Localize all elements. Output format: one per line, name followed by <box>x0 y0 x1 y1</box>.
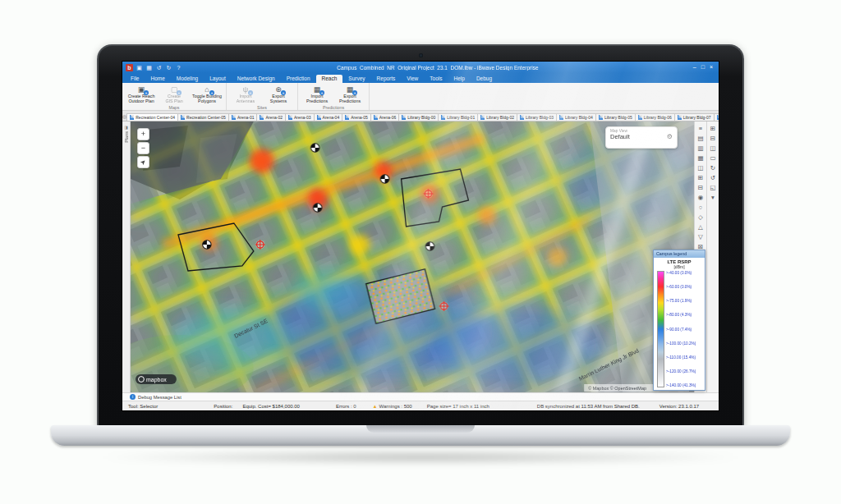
document-tab[interactable]: Library Bldg-07 <box>674 113 715 121</box>
webcam-dot <box>419 53 423 57</box>
document-tab[interactable]: Arena-06 <box>370 113 400 121</box>
info-icon: i <box>130 394 136 400</box>
plan-doc-icon <box>480 115 485 120</box>
save-icon[interactable]: ▣ <box>136 64 143 71</box>
zoom-out-button[interactable]: − <box>137 142 149 154</box>
panel-tool-window[interactable]: ▭ <box>708 153 718 163</box>
ribbon-tab[interactable]: Survey <box>342 75 370 83</box>
tool-icon-target[interactable]: ◉ <box>696 193 705 202</box>
map-zoom-controls: + − ➤ <box>137 128 149 168</box>
tool-icon-list[interactable]: ▤ <box>696 134 705 143</box>
ribbon-button-icon: ▣ <box>136 85 146 94</box>
errors-status: Errors : 0 <box>334 404 356 409</box>
ribbon-tab[interactable]: Reach <box>316 75 343 83</box>
close-button[interactable]: × <box>710 63 713 71</box>
ribbon-tab[interactable]: File <box>125 75 145 83</box>
minimize-button[interactable]: – <box>693 63 696 71</box>
tool-icon-layers[interactable]: ≡ <box>696 124 705 133</box>
tool-icon-buildings[interactable]: ▦ <box>696 153 705 163</box>
document-tab[interactable]: Library Bldg-04 <box>556 113 596 121</box>
document-tab[interactable]: Arena-01 <box>228 113 258 121</box>
ribbon-tab[interactable]: Prediction <box>281 75 316 83</box>
document-tab[interactable]: Library Bldg-01 <box>438 113 478 121</box>
import-predictions-button[interactable]: ▦ Import Predictions <box>301 84 333 104</box>
panel-tool-split[interactable]: ◫ <box>708 144 718 153</box>
help-icon[interactable]: ? <box>175 64 182 71</box>
save-all-icon[interactable]: ▦ <box>145 64 153 71</box>
tool-icon-grid[interactable]: ⊞ <box>696 173 705 182</box>
import-antennas-button[interactable]: ψ Import Antennas <box>229 84 262 104</box>
ribbon-tab[interactable]: Tools <box>424 75 448 83</box>
redo-icon[interactable]: ↻ <box>165 64 172 71</box>
map-viewport[interactable]: Decatur St SE Martin Luther King Jr Blvd <box>131 121 694 392</box>
panel-tool-collapse[interactable]: ⊟ <box>708 134 718 143</box>
legend-entry: >-140.00 (41.3%) <box>666 383 703 387</box>
document-tab[interactable]: Library Bldg-02 <box>477 113 517 121</box>
legend-entries: >-40.00 (0.0%) >-60.00 (0.0%) >-75.00 (1… <box>666 271 703 387</box>
ribbon-button-icon: ▦ <box>345 85 355 94</box>
tool-icon-collapse[interactable]: ⊟ <box>696 183 705 192</box>
compass-button[interactable]: ➤ <box>137 156 149 168</box>
map-view-select[interactable]: Default <box>610 133 630 140</box>
tool-icon-triangle-down[interactable]: ▽ <box>696 232 705 241</box>
ribbon-group-label: Sites <box>229 104 295 111</box>
ribbon-button-icon: ⌂ <box>202 85 212 94</box>
maximize-button[interactable]: □ <box>701 63 705 71</box>
svg-text:© Mapbox © OpenStreetMap: © Mapbox © OpenStreetMap <box>588 386 646 391</box>
legend-window-titlebar[interactable]: Campus legend <box>654 250 705 258</box>
export-predictions-button[interactable]: ▦ Export Predictions <box>333 84 366 104</box>
document-tab[interactable]: Library Bldg-00 <box>398 113 439 121</box>
tool-icon-triangle-up[interactable]: △ <box>696 222 705 231</box>
ribbon-tab[interactable]: Home <box>145 75 170 83</box>
document-tab[interactable]: Recreation Center-05 <box>177 113 229 121</box>
document-tab[interactable]: Library Bldg-06 <box>635 113 675 121</box>
panel-tool-drop[interactable]: ▾ <box>708 193 718 202</box>
tool-icon-rows[interactable]: ▥ <box>696 144 705 153</box>
ribbon-tab[interactable]: View <box>401 75 424 83</box>
plan-doc-icon <box>717 115 719 120</box>
document-tab[interactable]: Recreation Center-04 <box>126 113 178 121</box>
create-reach-outdoor-plan-button[interactable]: ▣ Create Reach Outdoor Plan <box>125 84 158 104</box>
toggle-building-polygons-button[interactable]: ⌂ Toggle Building Polygons <box>191 84 223 104</box>
app-logo-icon[interactable]: b <box>126 64 133 71</box>
ribbon-tab[interactable]: Debug <box>471 75 498 83</box>
tool-icon-diamond[interactable]: ◇ <box>696 213 705 222</box>
document-tab[interactable]: Arena-05 <box>342 113 371 121</box>
legend-color-scale <box>657 271 664 387</box>
gear-icon[interactable]: ⚙ <box>667 133 673 140</box>
create-gis-plan-button[interactable]: ▢ Create GIS Plan <box>158 84 191 104</box>
mapbox-logo[interactable]: mapbox <box>136 374 177 384</box>
campus-legend-window[interactable]: Campus legend LTE RSRP [dBm] >-40.00 (0.… <box>653 250 705 391</box>
ribbon-tab[interactable]: Layout <box>204 75 232 83</box>
ribbon-tab[interactable]: Modeling <box>171 75 204 83</box>
ribbon-tab[interactable]: Help <box>448 75 471 83</box>
legend-body: LTE RSRP [dBm] >-40.00 (0.0%) >-60.00 (0… <box>654 258 705 390</box>
plan-doc-icon <box>638 115 642 120</box>
ribbon-tab-strip: File Home Modeling Layout Network Design… <box>122 73 719 83</box>
tool-icon-circle[interactable]: ○ <box>696 203 705 212</box>
ribbon-tab[interactable]: Reports <box>371 75 402 83</box>
document-tab[interactable]: Library Bldg-05 <box>595 113 636 121</box>
panel-tool-rotate-cw[interactable]: ↻ <box>708 163 718 172</box>
debug-message-bar[interactable]: i Debug Message List <box>122 392 719 401</box>
zoom-in-button[interactable]: + <box>137 128 149 140</box>
ribbon-button-icon: ⊛ <box>273 85 283 94</box>
tool-icon-compare[interactable]: ◫ <box>696 163 705 172</box>
document-tab[interactable]: Arena-02 <box>256 113 286 121</box>
ribbon-button-icon: ▦ <box>312 85 322 94</box>
panel-tool-rotate-ccw[interactable]: ↺ <box>708 173 718 182</box>
document-tab[interactable]: Arts I <box>714 113 719 121</box>
export-systems-button[interactable]: ⊛ Export Systems <box>262 84 295 104</box>
panel-tool-corner[interactable]: ◱ <box>708 183 718 192</box>
document-tab[interactable]: Arena-03 <box>285 113 315 121</box>
ribbon: ▣ Create Reach Outdoor Plan ▢ Create GIS… <box>122 83 719 111</box>
ribbon-tab[interactable]: Network Design <box>232 75 281 83</box>
document-tab[interactable]: Library Bldg-03 <box>517 113 557 121</box>
undo-icon[interactable]: ↺ <box>155 64 163 71</box>
marketing-stage: b ▣ ▦ ↺ ↻ ? Campus_Combined_NR_Original … <box>0 0 841 504</box>
panel-tool-expand[interactable]: ⊞ <box>708 124 718 133</box>
ribbon-group-label: Predictions <box>301 104 366 111</box>
plans-panel-tab[interactable]: ◨ Plans <box>122 121 131 392</box>
map-canvas[interactable]: Decatur St SE Martin Luther King Jr Blvd <box>131 121 694 392</box>
document-tab[interactable]: Arena-04 <box>314 113 343 121</box>
